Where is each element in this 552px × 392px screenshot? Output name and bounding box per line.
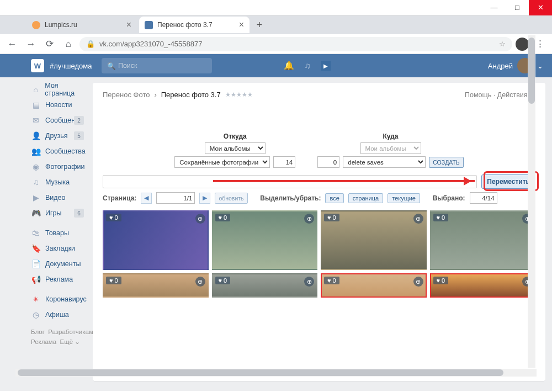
help-link[interactable]: Помощь bbox=[465, 91, 491, 99]
from-select[interactable]: Мои альбомы bbox=[205, 142, 266, 154]
favicon-icon bbox=[145, 21, 153, 29]
search-placeholder: Поиск bbox=[118, 62, 137, 70]
sidebar-item-games[interactable]: 🎮Игры6 bbox=[31, 205, 88, 221]
tab-title: Lumpics.ru bbox=[45, 21, 77, 29]
from-count[interactable] bbox=[273, 156, 295, 168]
star-icon[interactable]: ☆ bbox=[499, 40, 506, 48]
bell-icon[interactable]: 🔔 bbox=[284, 61, 294, 71]
rating-stars[interactable]: ★★★★★ bbox=[225, 91, 253, 98]
photo-grid: ♥ 0⊕ ♥ 0⊕ ♥ 0⊕ ♥ 0⊕ ♥ 0⊕ ♥ 0⊕ ♥ 0⊕ ♥ 0⊕ bbox=[103, 210, 535, 298]
sidebar-item-bookmarks[interactable]: 🔖Закладки bbox=[31, 241, 88, 256]
window-titlebar: — □ ✕ bbox=[0, 0, 552, 15]
zoom-icon[interactable]: ⊕ bbox=[304, 214, 314, 224]
bookmark-icon: 🔖 bbox=[31, 244, 41, 253]
sidebar-label: Новости bbox=[45, 101, 72, 109]
sidebar-item-messages[interactable]: ✉Сообщения2 bbox=[31, 113, 88, 128]
sidebar-item-groups[interactable]: 👥Сообщества bbox=[31, 144, 88, 159]
hashtag[interactable]: #лучшедома bbox=[50, 62, 92, 70]
page-input[interactable] bbox=[156, 192, 195, 204]
scrollbar-thumb[interactable] bbox=[18, 369, 503, 376]
sidebar-item-music[interactable]: ♫Музыка bbox=[31, 174, 88, 190]
new-tab-button[interactable]: + bbox=[252, 17, 267, 33]
profile-avatar[interactable] bbox=[516, 38, 529, 51]
play-icon[interactable]: ▶ bbox=[321, 61, 331, 71]
username: Андрей bbox=[488, 62, 513, 70]
select-page-button[interactable]: страница bbox=[348, 193, 383, 203]
photo-thumb-selected[interactable]: ♥ 0⊕ bbox=[430, 273, 536, 298]
home-icon: ⌂ bbox=[31, 85, 40, 94]
window-close[interactable]: ✕ bbox=[529, 0, 552, 15]
close-tab-icon[interactable]: × bbox=[239, 20, 244, 30]
zoom-icon[interactable]: ⊕ bbox=[304, 277, 314, 287]
sidebar-label: Документы bbox=[45, 260, 81, 268]
back-button[interactable]: ← bbox=[4, 36, 20, 52]
horizontal-scrollbar[interactable] bbox=[15, 369, 537, 377]
zoom-icon[interactable]: ⊕ bbox=[413, 214, 423, 224]
to-count[interactable] bbox=[317, 156, 339, 168]
footer-ads[interactable]: Реклама bbox=[31, 338, 56, 345]
friends-icon: 👤 bbox=[31, 131, 41, 140]
photos-icon: ◉ bbox=[31, 162, 41, 171]
select-current-button[interactable]: текущие bbox=[388, 193, 420, 203]
sidebar-label: Товары bbox=[45, 229, 69, 237]
tab-perenos[interactable]: Перенос фото 3.7 × bbox=[139, 17, 250, 33]
sidebar-item-friends[interactable]: 👤Друзья5 bbox=[31, 128, 88, 144]
footer-dev[interactable]: Разработчикам bbox=[48, 329, 93, 335]
music-icon[interactable]: ♫ bbox=[304, 61, 310, 71]
zoom-icon[interactable]: ⊕ bbox=[413, 277, 423, 287]
sidebar: ⌂Моя страница ▤Новости ✉Сообщения2 👤Друз… bbox=[0, 77, 88, 391]
photo-thumb[interactable]: ♥ 0⊕ bbox=[212, 273, 318, 298]
footer-more[interactable]: Ещё ⌄ bbox=[60, 338, 81, 345]
url-input[interactable]: 🔒 vk.com/app3231070_-45558877 ☆ bbox=[79, 37, 512, 51]
to-album-select[interactable]: delete saves bbox=[343, 156, 426, 168]
sidebar-item-profile[interactable]: ⌂Моя страница bbox=[31, 82, 88, 97]
vk-logo[interactable]: W bbox=[31, 59, 44, 72]
photo-thumb[interactable]: ♥ 0⊕ bbox=[212, 210, 318, 270]
docs-icon: 📄 bbox=[31, 259, 41, 268]
to-column: Куда Мои альбомы delete saves СОЗДАТЬ bbox=[317, 132, 463, 168]
search-input[interactable]: 🔍 Поиск bbox=[102, 58, 212, 73]
goods-icon: 🛍 bbox=[31, 229, 41, 237]
vertical-scrollbar[interactable] bbox=[528, 35, 535, 368]
window-minimize[interactable]: — bbox=[482, 0, 506, 15]
refresh-button[interactable]: обновить bbox=[215, 193, 247, 204]
photo-thumb-selected[interactable]: ♥ 0⊕ bbox=[321, 273, 427, 298]
sidebar-item-ads[interactable]: 📢Реклама bbox=[31, 272, 88, 287]
prev-page-button[interactable]: ◀ bbox=[141, 193, 152, 204]
home-button[interactable]: ⌂ bbox=[61, 36, 76, 52]
favicon-icon bbox=[32, 21, 40, 29]
sidebar-item-goods[interactable]: 🛍Товары bbox=[31, 225, 88, 241]
select-all-button[interactable]: все bbox=[325, 193, 343, 203]
music-icon: ♫ bbox=[31, 178, 41, 187]
sidebar-item-docs[interactable]: 📄Документы bbox=[31, 256, 88, 272]
sidebar-item-covid[interactable]: ✴Коронавирус bbox=[31, 292, 88, 307]
breadcrumb-root[interactable]: Перенос Фото bbox=[103, 91, 150, 99]
sidebar-item-news[interactable]: ▤Новости bbox=[31, 97, 88, 113]
like-badge: ♥ 0 bbox=[324, 277, 339, 284]
scrollbar-thumb[interactable] bbox=[528, 38, 535, 104]
tab-lumpics[interactable]: Lumpics.ru × bbox=[26, 17, 137, 33]
close-tab-icon[interactable]: × bbox=[126, 20, 131, 30]
photo-thumb[interactable]: ♥ 0⊕ bbox=[103, 273, 209, 298]
photo-thumb[interactable]: ♥ 0⊕ bbox=[103, 210, 209, 270]
next-page-button[interactable]: ▶ bbox=[199, 193, 210, 204]
forward-button[interactable]: → bbox=[23, 36, 39, 52]
select-label: Выделить/убрать: bbox=[260, 194, 321, 202]
to-select[interactable]: Мои альбомы bbox=[360, 142, 421, 154]
from-label: Откуда bbox=[224, 133, 247, 140]
footer-blog[interactable]: Блог bbox=[31, 329, 45, 335]
reload-button[interactable]: ⟳ bbox=[42, 36, 57, 52]
sidebar-item-video[interactable]: ▶Видео bbox=[31, 190, 88, 205]
url-path: /app3231070_-45558877 bbox=[122, 40, 202, 48]
from-column: Откуда Мои альбомы Сохранённые фотографи… bbox=[174, 132, 295, 168]
photo-thumb[interactable]: ♥ 0⊕ bbox=[430, 210, 536, 270]
groups-icon: 👥 bbox=[31, 147, 41, 156]
zoom-icon[interactable]: ⊕ bbox=[195, 214, 205, 224]
sidebar-item-photos[interactable]: ◉Фотографии bbox=[31, 159, 88, 174]
zoom-icon[interactable]: ⊕ bbox=[195, 277, 205, 287]
window-maximize[interactable]: □ bbox=[506, 0, 529, 15]
photo-thumb[interactable]: ♥ 0⊕ bbox=[321, 210, 427, 270]
sidebar-item-events[interactable]: ◷Афиша bbox=[31, 307, 88, 322]
from-album-select[interactable]: Сохранённые фотографии bbox=[174, 156, 270, 168]
create-button[interactable]: СОЗДАТЬ bbox=[429, 157, 463, 168]
